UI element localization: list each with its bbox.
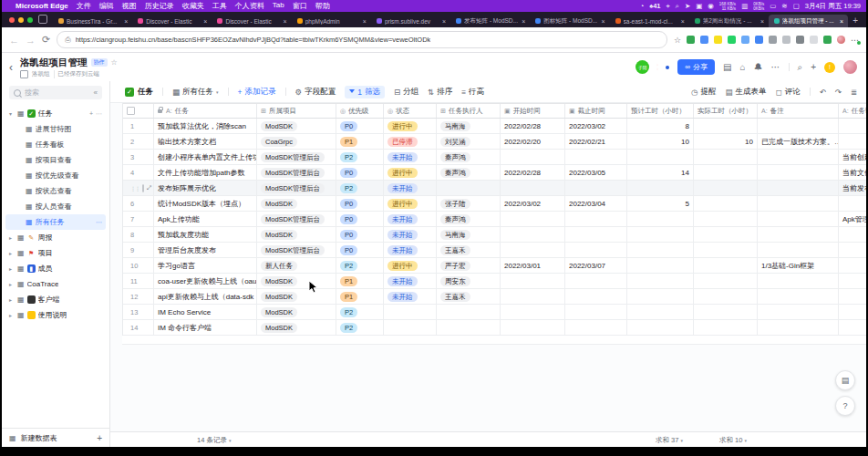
battery-icon[interactable]: ▭ (770, 2, 776, 10)
cell-task[interactable]: 输出技术方案文档 (154, 134, 257, 149)
cell-actual-hours[interactable] (694, 212, 758, 226)
cell-task[interactable]: 管理后台灰度发布 (154, 243, 257, 257)
row-number-cell[interactable]: 13 (123, 305, 154, 319)
cell-note[interactable] (758, 227, 839, 242)
sidebar-view-所有任务[interactable]: ▦ 所有任务 ⋯ (5, 214, 106, 230)
remind-button[interactable]: ◷提醒 (691, 87, 716, 98)
cell-priority[interactable]: P2 (336, 258, 384, 273)
cell-project[interactable]: ModSDK管理后台 (257, 243, 336, 257)
cell-note[interactable] (758, 196, 839, 211)
cell-project[interactable]: ModSDK管理后台 (257, 212, 336, 226)
sidebar-group-成员[interactable]: ▸ ▦ ▮ 成员 (5, 261, 106, 276)
network-speed[interactable]: 168 KB/s11 KB/s (719, 2, 736, 11)
table-row[interactable]: 9 管理后台灰度发布 ModSDK管理后台 P0 未开始 王嘉禾 (123, 243, 866, 258)
cell-project[interactable]: CoaGrpc (257, 134, 336, 149)
sidebar-view-按状态查看[interactable]: ▦ 按状态查看 ⋯ (5, 183, 106, 199)
menubar-clock[interactable]: 3月4日 周五 19:39 (805, 2, 861, 11)
cell-project[interactable]: ModSDK管理后台 (257, 165, 336, 180)
cell-status[interactable]: 已停滞 (384, 134, 437, 149)
cell-priority[interactable]: P0 (336, 196, 384, 211)
row-number-cell[interactable]: 6 (123, 196, 154, 211)
cell-actual-hours[interactable] (694, 320, 758, 335)
cell-project[interactable]: ModSDK (257, 119, 336, 133)
cell-detail[interactable] (839, 289, 866, 304)
cell-start-date[interactable]: 2022/02/20 (501, 134, 565, 149)
plus-icon[interactable]: + (97, 433, 102, 443)
cell-note[interactable] (758, 181, 839, 195)
cell-status[interactable]: 未开始 (384, 227, 437, 242)
close-tab-icon[interactable]: × (522, 18, 525, 25)
cell-estimated-hours[interactable]: 10 (627, 134, 694, 149)
ext-pin-icon[interactable] (810, 36, 818, 44)
cell-assignee[interactable]: 严子宏 (437, 258, 501, 273)
notification-icon[interactable]: 🔔︎ (754, 62, 763, 72)
cell-task[interactable]: Apk上传功能 (154, 212, 257, 226)
row-number-cell[interactable]: 9 (123, 243, 154, 257)
zoom-window-button[interactable] (27, 17, 33, 23)
close-tab-icon[interactable]: × (363, 18, 367, 25)
undo-icon[interactable]: ↶ (820, 88, 826, 97)
cell-assignee[interactable] (437, 305, 501, 319)
forward-icon[interactable]: → (26, 35, 36, 46)
cell-priority[interactable]: P1 (336, 289, 384, 304)
browser-tab[interactable]: Discover - Elastic × (132, 15, 212, 27)
cell-start-date[interactable]: 2022/03/02 (501, 196, 565, 211)
back-icon[interactable]: ← (9, 35, 19, 46)
cell-task[interactable]: IM Echo Service (154, 305, 257, 319)
close-tab-icon[interactable]: × (442, 18, 446, 25)
cell-start-date[interactable] (501, 227, 565, 242)
cell-priority[interactable]: P2 (336, 320, 384, 335)
cell-estimated-hours[interactable] (627, 274, 694, 288)
group-button[interactable]: ⊟分组 (394, 87, 418, 98)
table-row[interactable]: 4 文件上传功能增加path参数 ModSDK管理后台 P0 进行中 秦声鸿 2… (123, 165, 866, 181)
cell-status[interactable]: 进行中 (384, 119, 437, 133)
column-header-实际工时（小时）[interactable]: 实际工时（小时） (694, 104, 758, 118)
table-row[interactable]: 3 创建小程序表单内置文件上传功能 ModSDK管理后台 P2 未开始 秦声鸿 … (123, 150, 866, 165)
row-number-cell[interactable]: 4 (123, 165, 154, 180)
menubar-menu-收藏夹[interactable]: 收藏夹 (182, 1, 204, 11)
cell-estimated-hours[interactable] (627, 243, 694, 257)
cell-detail[interactable] (839, 196, 866, 211)
ext-sync-arrows-icon[interactable] (700, 36, 708, 44)
ext-v-icon[interactable] (769, 36, 777, 44)
cell-detail[interactable]: 当前发布矩… (839, 181, 866, 195)
favorite-doc-icon[interactable]: ☆ (111, 58, 118, 67)
browser-tab[interactable]: 发布矩阵 - ModSD... × (450, 15, 530, 27)
caret-icon[interactable]: ▸ (9, 250, 15, 256)
cell-priority[interactable]: P0 (336, 243, 384, 257)
cell-actual-hours[interactable] (694, 165, 758, 180)
cell-task[interactable]: 创建小程序表单内置文件上传功能 (154, 150, 257, 164)
display-icon[interactable]: ▢ (793, 2, 800, 10)
menubar-menu-个人资料[interactable]: 个人资料 (235, 1, 264, 11)
cell-project[interactable]: ModSDK (257, 227, 336, 242)
cell-assignee[interactable] (437, 181, 501, 195)
record-icon[interactable]: ◔ (640, 2, 645, 10)
close-tab-icon[interactable]: × (681, 18, 685, 25)
cell-assignee[interactable]: 张子陆 (437, 196, 501, 211)
cell-note[interactable] (758, 289, 839, 304)
cell-start-date[interactable] (501, 305, 565, 319)
cell-project[interactable]: ModSDK (257, 274, 336, 288)
cell-estimated-hours[interactable]: 14 (627, 165, 694, 180)
table-row[interactable]: 10 学习go语言 新人任务 P2 进行中 严子宏 2022/03/01 202… (123, 258, 866, 274)
cell-detail[interactable]: 当前创建小程序… (839, 150, 866, 164)
cell-end-date[interactable]: 2022/03/02 (565, 119, 627, 133)
ext-loop-icon[interactable] (796, 36, 804, 44)
cell-detail[interactable]: Apk管理页… (839, 212, 866, 226)
cell-actual-hours[interactable] (694, 289, 758, 304)
cell-start-date[interactable]: 2022/02/28 (501, 165, 565, 180)
browser-tab[interactable]: Discover - Elastic × (212, 15, 291, 27)
cell-estimated-hours[interactable] (627, 181, 694, 195)
menubar-menu-Tab[interactable]: Tab (273, 1, 284, 11)
menubar-menu-工具[interactable]: 工具 (212, 1, 227, 11)
comment-button[interactable]: ◻评论 (776, 87, 801, 98)
user-avatar[interactable] (843, 60, 857, 74)
ext-green-icon[interactable] (687, 36, 695, 44)
sum-estimated-hours[interactable]: 求和 37▾ (656, 436, 683, 445)
cell-estimated-hours[interactable] (627, 212, 694, 226)
cell-estimated-hours[interactable]: 5 (627, 196, 694, 211)
cell-start-date[interactable]: 2022/02/28 (501, 119, 565, 133)
cell-task[interactable]: api更新依赖与上线（data-sdk；… (154, 289, 257, 304)
cell-end-date[interactable] (565, 305, 627, 319)
current-table-chip[interactable]: ✓ 任务 (125, 87, 153, 98)
